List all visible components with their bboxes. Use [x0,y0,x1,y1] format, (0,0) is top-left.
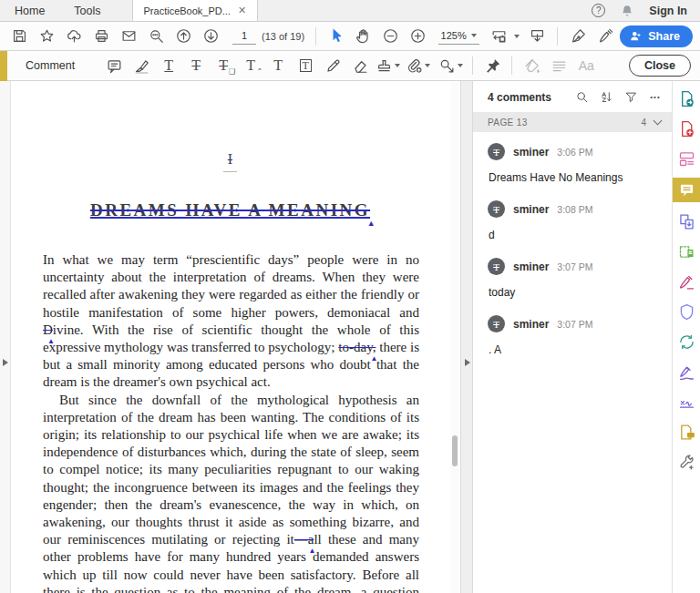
insert-caret-annotation[interactable]: ▲ [47,338,55,345]
comment-item[interactable]: sminer 3:08 PM d [473,189,672,241]
comment-item[interactable]: sminer 3:06 PM Dreams Have No Meanings [473,132,672,184]
attach-file-tool[interactable] [401,54,434,77]
help-icon[interactable]: ? [592,4,605,17]
insert-caret-annotation[interactable]: ▲ [292,547,315,555]
chevron-down-icon [471,34,477,37]
sort-comments-button[interactable] [597,88,615,107]
pdf-page[interactable]: I DREAMS HAVE A MEANING▲ In what we may … [11,82,449,593]
page-fit-icon [529,27,546,45]
create-pdf-tool[interactable] [675,118,697,139]
edit-pdf-tool[interactable] [675,240,697,262]
insert-caret-annotation[interactable]: ▲ [371,355,378,363]
panel-divider [460,81,473,593]
tab-home[interactable]: Home [0,0,59,21]
line-thickness-tool[interactable] [545,54,572,77]
filter-comments-button[interactable] [622,88,640,107]
hand-tool-button[interactable] [351,25,376,48]
comment-author: sminer [513,203,549,216]
tab-tools[interactable]: Tools [59,0,115,21]
scrollbar-thumb[interactable] [452,435,458,466]
paragraph-2: But since the downfall of the mythologic… [43,392,419,593]
eraser-icon [352,57,369,75]
insert-text-icon [246,58,255,73]
share-person-icon [629,29,643,43]
request-signatures-tool[interactable] [675,391,697,413]
organize-pages-tool[interactable] [675,148,697,169]
text-properties-tool[interactable]: Aa [572,54,600,77]
zoom-level-select[interactable]: 125% [438,28,479,45]
send-for-comments-tool[interactable] [675,421,697,443]
more-tools-button[interactable] [675,451,697,473]
more-options-icon[interactable] [646,88,664,107]
color-fill-tool[interactable] [518,54,545,77]
email-button[interactable] [117,25,142,48]
find-button[interactable] [143,25,169,48]
stamp-tool[interactable] [374,54,401,77]
save-button[interactable] [7,25,33,48]
strikethrough-annotation[interactable]: to-day,▲ [338,340,376,354]
text-box-tool[interactable] [292,54,319,77]
comment-time: 3:08 PM [557,204,592,215]
draw-tool[interactable] [319,54,346,77]
comment-tool-active[interactable] [673,178,700,202]
close-comment-mode-button[interactable]: Close [629,55,691,77]
page-group-bar[interactable]: PAGE 13 4 [473,112,672,132]
protect-tool[interactable] [675,301,697,322]
fill-sign-button[interactable] [592,25,618,48]
comment-item[interactable]: sminer 3:07 PM today [473,247,672,299]
toolbar-divider [315,27,316,46]
previous-page-button[interactable] [170,25,196,48]
upload-cloud-button[interactable] [62,25,88,48]
underline-text-tool[interactable] [155,54,182,77]
add-text-tool[interactable] [264,54,292,77]
expand-left-panel-arrow[interactable] [3,359,8,366]
page-text: In what we may term “prescientific days”… [43,251,419,593]
scrolling-mode-button[interactable] [525,25,551,48]
keep-tool-selected-toggle[interactable] [479,54,506,77]
comment-time: 3:06 PM [557,147,592,158]
select-tool-button[interactable] [324,25,349,48]
fit-width-button[interactable] [487,25,512,48]
insert-text-tool[interactable]: ⌃ [237,54,264,77]
document-comment-icon [677,423,696,442]
erase-tool[interactable] [346,54,374,77]
share-button[interactable]: Share [620,26,693,47]
strikethrough-text-tool[interactable] [182,54,210,77]
compress-pdf-tool[interactable] [675,331,697,353]
document-scrollbar[interactable] [450,82,459,593]
export-pdf-icon [677,89,696,108]
sign-in-link[interactable]: Sign In [649,5,687,17]
notifications-bell-icon[interactable] [620,4,634,18]
insert-caret-annotation[interactable]: ▲ [367,219,377,228]
drawing-shapes-tool[interactable] [434,54,467,77]
collapse-group-chevron-icon[interactable] [654,117,663,126]
export-pdf-tool[interactable] [675,87,697,109]
chevron-down-icon[interactable] [514,35,520,38]
search-comments-button[interactable] [572,88,591,107]
signature-icon [677,393,696,412]
zoom-out-button[interactable] [378,25,404,48]
close-tab-icon[interactable]: ✕ [238,5,246,15]
replace-text-tool[interactable]: ❑ [210,54,237,77]
comment-item[interactable]: sminer 3:07 PM . A [473,304,672,356]
sign-pen-button[interactable] [565,25,591,48]
toolbar-divider [511,56,512,75]
fill-sign-rail-tool[interactable] [675,271,697,292]
print-button[interactable] [89,25,115,48]
page-number-input[interactable] [232,28,256,45]
envelope-icon [120,27,138,45]
highlight-tool[interactable] [128,54,155,77]
sign-rail-tool[interactable] [675,361,697,383]
expand-panel-arrow[interactable] [465,359,470,366]
chapter-title-strikethrough-annotation[interactable]: DREAMS HAVE A MEANING▲ [90,200,370,220]
strikethrough-annotation[interactable]: —a▲ [294,532,314,547]
zoom-in-button[interactable] [406,25,431,48]
tab-document[interactable]: PracticeBook_PD... ✕ [132,0,259,21]
strikethrough-annotation[interactable]: D▲ [43,322,53,337]
note-badge-icon: ❑ [229,67,235,76]
favorite-button[interactable] [35,25,60,48]
arrow-down-circle-icon [202,27,220,45]
combine-files-tool[interactable] [675,210,697,232]
sticky-note-tool[interactable] [100,54,128,77]
next-page-button[interactable] [198,25,223,48]
